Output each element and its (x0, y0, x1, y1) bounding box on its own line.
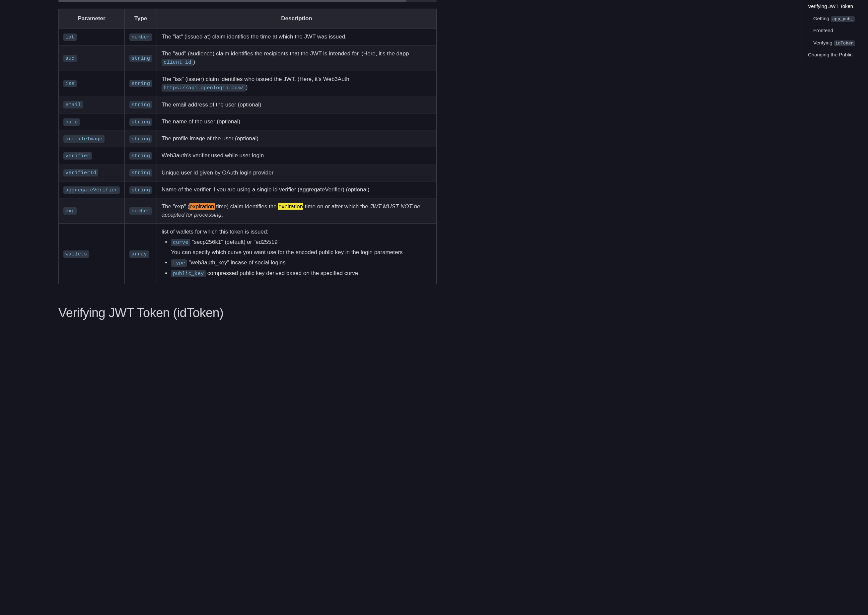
type-code: string (130, 169, 152, 176)
header-parameter: Parameter (59, 9, 125, 28)
param-code: aggregateVerifier (63, 186, 120, 194)
table-row: profileImage string The profile image of… (59, 130, 437, 147)
list-subnote: You can specify which curve you want use… (171, 248, 432, 257)
table-header-row: Parameter Type Description (59, 9, 437, 28)
desc-text: ) (246, 84, 248, 91)
toc-item-changing-public[interactable]: Changing the Public (808, 51, 868, 59)
toc-text: Getting (813, 16, 831, 21)
description-cell: The "exp" (expiration time) claim identi… (157, 198, 436, 223)
inline-code: curve (171, 239, 190, 246)
param-code: profileImage (63, 135, 105, 143)
param-code: iat (63, 33, 76, 41)
description-cell: The "aud" (audience) claim identifies th… (157, 45, 436, 71)
section-heading: Verifying JWT Token (idToken) (58, 303, 437, 322)
highlight-orange: expiration (189, 203, 215, 210)
table-row: name string The name of the user (option… (59, 113, 437, 130)
horizontal-scrollbar[interactable] (58, 0, 437, 2)
description-cell: Web3auth's verifier used while user logi… (157, 147, 436, 164)
toc-item-verifying-idtoken[interactable]: Verifying idToken (813, 39, 868, 47)
table-row: verifierId string Unique user id given b… (59, 164, 437, 181)
description-cell: Name of the verifier if you are using a … (157, 181, 436, 198)
wallets-list: curve "secp256k1" (default) or "ed25519"… (171, 238, 432, 278)
type-code: number (130, 33, 152, 41)
list-text: "secp256k1" (default) or "ed25519" (190, 239, 279, 245)
description-cell: The "iat" (issued at) claim identifies t… (157, 28, 436, 45)
param-code: name (63, 119, 80, 126)
header-type: Type (125, 9, 157, 28)
inline-code: https://api.openlogin.com/ (162, 84, 246, 92)
type-code: string (130, 186, 152, 194)
description-cell: The "iss" (issuer) claim identifies who … (157, 71, 436, 96)
toc-text: Verifying (813, 40, 834, 45)
list-item: curve "secp256k1" (default) or "ed25519"… (171, 238, 432, 256)
desc-text: ) (194, 59, 195, 65)
list-item: public_key compressed public key derived… (171, 269, 432, 278)
table-row: aggregateVerifier string Name of the ver… (59, 181, 437, 198)
inline-code: public_key (171, 270, 206, 277)
list-text: "web3auth_key" incase of social logins (187, 259, 286, 266)
scrollbar-thumb[interactable] (58, 0, 406, 2)
highlight-yellow: expiration (278, 203, 303, 210)
param-code: verifier (63, 152, 92, 159)
table-row: iat number The "iat" (issued at) claim i… (59, 28, 437, 45)
description-cell: list of wallets for which this token is … (157, 223, 436, 284)
parameters-table: Parameter Type Description iat number Th… (58, 9, 437, 284)
description-cell: The email address of the user (optional) (157, 96, 436, 113)
table-row: aud string The "aud" (audience) claim id… (59, 45, 437, 71)
type-code: string (130, 55, 152, 62)
param-code: wallets (63, 250, 89, 258)
list-item: type "web3auth_key" incase of social log… (171, 258, 432, 267)
toc-item-frontend[interactable]: Frontend (813, 27, 868, 34)
toc-code: app_pub_ (831, 16, 855, 22)
desc-text: The "aud" (audience) claim identifies th… (162, 50, 409, 57)
toc-item-getting-app-pub[interactable]: Getting app_pub_ (813, 15, 868, 23)
table-of-contents: Verifying JWT Token Getting app_pub_ Fro… (802, 3, 868, 63)
table-row: verifier string Web3auth's verifier used… (59, 147, 437, 164)
param-code: iss (63, 80, 76, 87)
param-code: exp (63, 207, 76, 215)
wallets-intro: list of wallets for which this token is … (162, 228, 432, 236)
type-code: number (130, 207, 152, 215)
desc-text: time on or after which the (303, 203, 370, 210)
table-row: wallets array list of wallets for which … (59, 223, 437, 284)
param-code: verifierId (63, 169, 98, 176)
table-row: exp number The "exp" (expiration time) c… (59, 198, 437, 223)
inline-code: client_id (162, 59, 194, 66)
desc-text: The "iss" (issuer) claim identifies who … (162, 76, 350, 82)
type-code: string (130, 152, 152, 159)
param-code: email (63, 101, 83, 108)
description-cell: The name of the user (optional) (157, 113, 436, 130)
type-code: string (130, 135, 152, 143)
type-code: string (130, 119, 152, 126)
param-code: aud (63, 55, 76, 62)
desc-text: time) claim identifies the (215, 203, 278, 210)
type-code: string (130, 80, 152, 87)
table-row: email string The email address of the us… (59, 96, 437, 113)
desc-text: . (221, 212, 223, 218)
description-cell: The profile image of the user (optional) (157, 130, 436, 147)
toc-item-verifying-jwt[interactable]: Verifying JWT Token (808, 3, 868, 10)
table-row: iss string The "iss" (issuer) claim iden… (59, 71, 437, 96)
list-text: compressed public key derived based on t… (206, 270, 358, 276)
type-code: array (130, 250, 149, 258)
inline-code: type (171, 259, 187, 267)
description-cell: Unique user id given by OAuth login prov… (157, 164, 436, 181)
toc-code: idToken (834, 41, 856, 46)
desc-text: The "exp" ( (162, 203, 189, 210)
type-code: string (130, 101, 152, 108)
header-description: Description (157, 9, 436, 28)
